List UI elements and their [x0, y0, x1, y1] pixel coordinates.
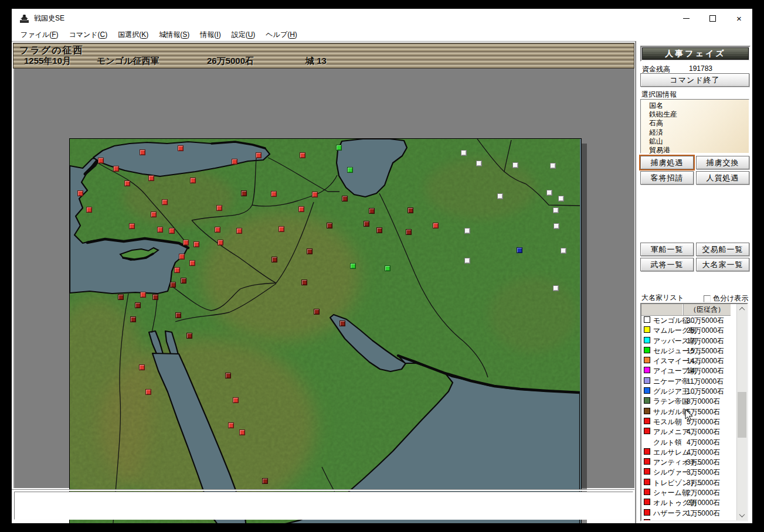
castle-marker-darkred[interactable] [118, 294, 124, 300]
castle-marker-red[interactable] [145, 389, 151, 395]
scroll-down-button[interactable] [737, 510, 747, 520]
castle-marker-red[interactable] [139, 364, 145, 370]
castle-marker-red[interactable] [169, 228, 175, 234]
castle-marker-red[interactable] [271, 191, 277, 197]
menu-item-k[interactable]: 国選択(K) [113, 29, 154, 41]
castle-marker-red[interactable] [140, 149, 145, 155]
castle-marker-darkred[interactable] [135, 302, 141, 308]
world-map[interactable] [69, 138, 582, 523]
castle-marker-red[interactable] [140, 292, 146, 298]
color-toggle[interactable]: 色分け表示 [704, 294, 748, 303]
daimyo-row[interactable] [641, 518, 731, 521]
castle-marker-red[interactable] [216, 205, 222, 211]
castle-marker-darkred[interactable] [152, 294, 158, 300]
castle-marker-red[interactable] [113, 166, 119, 172]
castle-marker-red[interactable] [157, 227, 163, 233]
hostage-treatment-button[interactable]: 人質処遇 [696, 171, 749, 185]
castle-marker-darkred[interactable] [170, 282, 176, 288]
daimyo-row[interactable]: グルジア王...10万5000石 [641, 386, 731, 396]
castle-marker-red[interactable] [228, 422, 234, 428]
castle-marker-red[interactable] [300, 152, 305, 158]
menu-item-i[interactable]: 情報(I) [195, 29, 226, 41]
castle-marker-darkred[interactable] [314, 309, 320, 315]
daimyo-list-button[interactable]: 大名家一覧 [696, 258, 749, 271]
warship-list-button[interactable]: 軍船一覧 [640, 243, 694, 256]
castle-marker-green[interactable] [385, 265, 391, 271]
castle-marker-white[interactable] [461, 150, 467, 156]
daimyo-row[interactable]: アッバース朝17万0000石 [641, 336, 731, 346]
daimyo-row[interactable]: イスマイール...14万0000石 [641, 356, 731, 366]
daimyo-row[interactable]: マムルーク朝25万0000石 [641, 325, 731, 335]
color-toggle-checkbox[interactable] [704, 295, 711, 302]
castle-marker-white[interactable] [464, 228, 470, 234]
castle-marker-white[interactable] [553, 285, 559, 291]
castle-marker-red[interactable] [190, 178, 196, 183]
castle-marker-darkred[interactable] [175, 312, 181, 318]
castle-marker-darkred[interactable] [225, 373, 231, 378]
minimize-button[interactable] [673, 9, 700, 28]
trade-ship-list-button[interactable]: 交易船一覧 [696, 243, 749, 256]
castle-marker-darkred[interactable] [369, 208, 375, 214]
daimyo-row[interactable]: シャーム朝2万0000石 [641, 487, 731, 497]
castle-marker-darkred[interactable] [271, 257, 277, 262]
daimyo-row[interactable]: エルサレム...4万0000石 [641, 447, 731, 457]
end-command-button[interactable]: コマンド終了 [640, 73, 749, 87]
castle-marker-red[interactable] [233, 397, 239, 403]
castle-marker-white[interactable] [558, 196, 564, 202]
menu-item-s[interactable]: 城情報(S) [154, 29, 195, 41]
castle-marker-white[interactable] [554, 223, 559, 229]
castle-marker-red[interactable] [193, 241, 199, 247]
castle-marker-red[interactable] [215, 227, 220, 233]
castle-marker-darkred[interactable] [241, 190, 247, 196]
castle-marker-red[interactable] [232, 159, 237, 165]
castle-marker-red[interactable] [239, 429, 245, 435]
castle-marker-white[interactable] [497, 193, 503, 199]
close-button[interactable]: × [726, 9, 752, 28]
daimyo-row[interactable]: トレビゾント...3万5000石 [641, 478, 731, 487]
scroll-up-button[interactable] [737, 304, 747, 314]
daimyo-row[interactable]: クルト領4万0000石 [641, 437, 731, 447]
castle-marker-red[interactable] [178, 145, 184, 151]
menu-item-h[interactable]: ヘルプ(H) [260, 29, 303, 41]
daimyo-row[interactable]: ラテン帝国8万0000石 [641, 396, 731, 406]
castle-marker-red[interactable] [98, 158, 104, 163]
castle-marker-white[interactable] [561, 248, 566, 254]
prisoner-exchange-button[interactable]: 捕虜交換 [696, 156, 749, 169]
castle-marker-red[interactable] [279, 226, 284, 232]
daimyo-row[interactable]: アイユーブ朝14万0000石 [641, 366, 731, 376]
castle-marker-red[interactable] [256, 152, 262, 158]
castle-marker-blue[interactable] [517, 247, 522, 253]
castle-marker-red[interactable] [183, 240, 189, 245]
menu-item-f[interactable]: ファイル(F) [15, 29, 63, 41]
castle-marker-white[interactable] [512, 162, 518, 168]
daimyo-row[interactable]: ニケーア帝...11万0000石 [641, 376, 731, 386]
castle-marker-white[interactable] [464, 258, 470, 264]
castle-marker-red[interactable] [298, 206, 304, 212]
castle-marker-white[interactable] [553, 207, 559, 213]
invite-guest-general-button[interactable]: 客将招請 [640, 171, 694, 185]
castle-marker-darkred[interactable] [262, 478, 268, 484]
castle-marker-white[interactable] [546, 190, 552, 196]
maximize-button[interactable] [700, 9, 726, 28]
castle-marker-darkred[interactable] [339, 320, 345, 326]
daimyo-row[interactable]: モンゴル征...30万5000石 [641, 315, 731, 325]
castle-marker-red[interactable] [162, 199, 168, 205]
castle-marker-red[interactable] [218, 240, 223, 245]
country-info-box[interactable]: 国名鉄砲生産石高経済鉱山貿易港 [640, 99, 749, 154]
castle-marker-red[interactable] [124, 180, 130, 186]
daimyo-row[interactable]: ハザーラス...1万5000石 [641, 508, 731, 518]
castle-marker-darkred[interactable] [186, 333, 192, 339]
castle-marker-darkred[interactable] [327, 223, 332, 229]
castle-marker-darkred[interactable] [301, 279, 307, 285]
castle-marker-darkred[interactable] [406, 229, 412, 235]
daimyo-list[interactable]: （臣従含） モンゴル征...30万5000石マムルーク朝25万0000石アッバー… [640, 303, 748, 521]
scrollbar-thumb[interactable] [738, 392, 746, 438]
daimyo-list-scrollbar[interactable] [736, 304, 747, 520]
castle-marker-darkred[interactable] [130, 316, 136, 322]
prisoner-treatment-button[interactable]: 捕虜処遇 [640, 156, 694, 169]
daimyo-row[interactable]: セルジューク...15万5000石 [641, 346, 731, 356]
daimyo-row[interactable]: アンティオキ...3万5000石 [641, 457, 731, 467]
daimyo-row[interactable]: アルメニア...4万0000石 [641, 427, 731, 436]
general-list-button[interactable]: 武将一覧 [640, 258, 694, 271]
castle-marker-red[interactable] [77, 190, 83, 196]
